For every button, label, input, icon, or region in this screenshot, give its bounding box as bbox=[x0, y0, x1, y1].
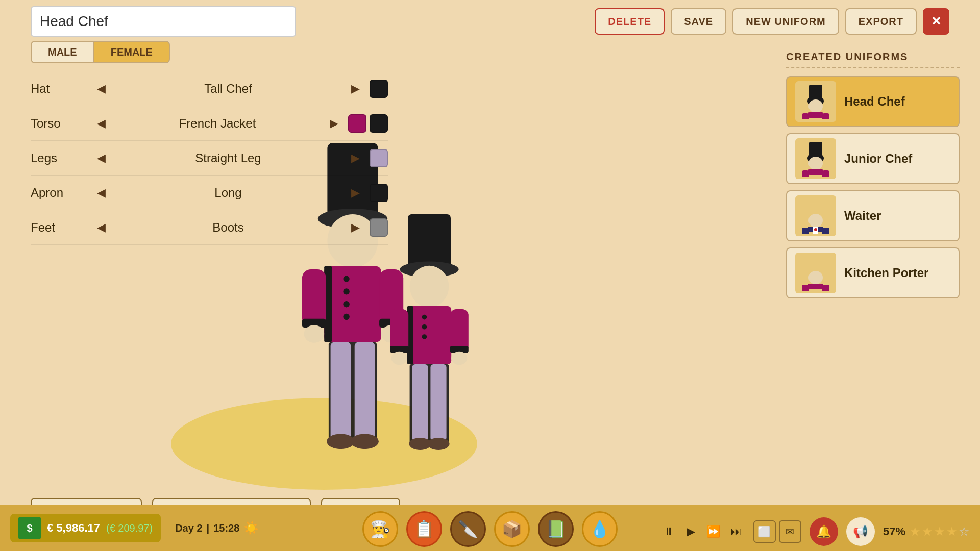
feet-color-1[interactable] bbox=[370, 218, 388, 237]
torso-next-arrow[interactable]: ▶ bbox=[325, 114, 343, 133]
svg-point-22 bbox=[409, 266, 449, 308]
svg-point-33 bbox=[451, 352, 467, 365]
feet-next-arrow[interactable]: ▶ bbox=[346, 218, 364, 237]
svg-point-41 bbox=[808, 99, 823, 113]
delete-button[interactable]: DELETE bbox=[595, 8, 665, 35]
save-button[interactable]: SAVE bbox=[671, 8, 726, 35]
uniform-thumb-head-chef bbox=[795, 81, 836, 122]
svg-point-56 bbox=[814, 228, 817, 231]
uniform-item-head-chef[interactable]: Head Chef bbox=[786, 76, 960, 127]
nav-knife-button[interactable]: 🔪 bbox=[450, 511, 486, 547]
uniform-item-waiter[interactable]: Waiter bbox=[786, 190, 960, 241]
uniform-thumb-kitchen-porter bbox=[795, 253, 836, 293]
close-button[interactable]: ✕ bbox=[923, 8, 949, 35]
torso-color-2[interactable] bbox=[370, 114, 388, 133]
svg-rect-23 bbox=[407, 306, 451, 364]
secondary-character bbox=[378, 214, 480, 459]
apron-color-swatches bbox=[370, 184, 388, 202]
female-button[interactable]: FEMALE bbox=[94, 41, 170, 63]
clothing-row-apron: Apron ◀ Long ▶ bbox=[31, 176, 388, 210]
3d-view-button[interactable]: ⬜ bbox=[753, 520, 776, 543]
sun-icon: ☀️ bbox=[243, 521, 259, 535]
day-time-display: Day 2 | 15:28 ☀️ bbox=[175, 521, 259, 535]
torso-color-1[interactable] bbox=[348, 114, 366, 133]
clothing-row-hat: Hat ◀ Tall Chef ▶ bbox=[31, 71, 388, 106]
star-2: ★ bbox=[922, 524, 933, 539]
nav-crate-button[interactable]: 📦 bbox=[494, 511, 530, 547]
uniform-item-kitchen-porter[interactable]: Kitchen Porter bbox=[786, 247, 960, 298]
day-label: Day 2 bbox=[175, 522, 202, 534]
nav-chef-button[interactable]: 👨‍🍳 bbox=[362, 511, 398, 547]
nav-icons: 👨‍🍳 📋 🔪 📦 📗 💧 bbox=[362, 511, 618, 547]
notification-button[interactable]: 🔔 bbox=[810, 517, 838, 546]
money-amount: € 5,986.17 bbox=[47, 521, 100, 535]
torso-style-name: French Jacket bbox=[110, 116, 325, 131]
gender-selector: MALE FEMALE bbox=[31, 41, 170, 63]
feet-style-name: Boots bbox=[110, 220, 346, 235]
legs-style-name: Straight Leg bbox=[110, 151, 346, 165]
uniform-item-junior-chef[interactable]: Junior Chef bbox=[786, 133, 960, 184]
fast-forward-button[interactable]: ⏩ bbox=[704, 522, 723, 541]
hat-prev-arrow[interactable]: ◀ bbox=[92, 80, 110, 98]
view-buttons: ⬜ ✉ bbox=[753, 520, 801, 543]
svg-point-5 bbox=[343, 288, 349, 294]
time-value: 15:28 bbox=[213, 522, 239, 534]
feet-prev-arrow[interactable]: ◀ bbox=[92, 218, 110, 237]
legs-color-1[interactable] bbox=[370, 149, 388, 167]
uniform-thumb-waiter bbox=[795, 195, 836, 236]
nav-spray-button[interactable]: 💧 bbox=[582, 511, 618, 547]
legs-next-arrow[interactable]: ▶ bbox=[346, 149, 364, 167]
map-view-button[interactable]: ✉ bbox=[779, 520, 801, 543]
apron-next-arrow[interactable]: ▶ bbox=[346, 184, 364, 202]
apron-color-1[interactable] bbox=[370, 184, 388, 202]
clothing-row-feet: Feet ◀ Boots ▶ bbox=[31, 210, 388, 245]
svg-rect-20 bbox=[408, 214, 451, 269]
svg-rect-49 bbox=[802, 170, 809, 177]
hat-color-1[interactable] bbox=[370, 80, 388, 98]
svg-point-4 bbox=[343, 276, 349, 282]
svg-rect-54 bbox=[822, 228, 829, 234]
svg-rect-36 bbox=[430, 364, 446, 441]
apron-style-name: Long bbox=[110, 186, 346, 200]
svg-point-6 bbox=[343, 301, 349, 307]
uniform-head-chef-label: Head Chef bbox=[844, 94, 905, 109]
playback-controls: ⏸ ▶ ⏩ ⏭ bbox=[659, 522, 745, 541]
svg-point-47 bbox=[808, 157, 823, 170]
svg-rect-60 bbox=[822, 285, 829, 291]
torso-prev-arrow[interactable]: ◀ bbox=[92, 114, 110, 133]
play-button[interactable]: ▶ bbox=[682, 522, 700, 541]
time-label: | bbox=[207, 522, 210, 534]
money-display: $ € 5,986.17 (€ 209.97) bbox=[10, 514, 161, 542]
megaphone-button[interactable]: 📢 bbox=[846, 517, 875, 546]
nav-menu-button[interactable]: 📋 bbox=[406, 511, 442, 547]
export-button[interactable]: EXPORT bbox=[845, 8, 917, 35]
hat-label: Hat bbox=[31, 82, 92, 96]
top-buttons: DELETE SAVE NEW UNIFORM EXPORT ✕ bbox=[595, 8, 949, 35]
svg-point-13 bbox=[304, 325, 325, 343]
svg-rect-53 bbox=[802, 228, 809, 234]
svg-rect-16 bbox=[331, 342, 351, 440]
bottom-bar: $ € 5,986.17 (€ 209.97) Day 2 | 15:28 ☀️… bbox=[0, 505, 980, 551]
uniforms-panel-title: CREATED UNIFORMS bbox=[786, 51, 960, 68]
star-1: ★ bbox=[910, 524, 921, 539]
star-5: ☆ bbox=[959, 524, 970, 539]
uniform-junior-chef-label: Junior Chef bbox=[844, 152, 912, 166]
new-uniform-button[interactable]: NEW UNIFORM bbox=[732, 8, 839, 35]
star-4: ★ bbox=[946, 524, 958, 539]
right-bottom-controls: ⏸ ▶ ⏩ ⏭ ⬜ ✉ 🔔 📢 57% ★ ★ ★ ★ ☆ bbox=[659, 517, 970, 546]
apron-prev-arrow[interactable]: ◀ bbox=[92, 184, 110, 202]
pause-button[interactable]: ⏸ bbox=[659, 522, 678, 541]
svg-point-51 bbox=[808, 214, 823, 227]
nav-book-button[interactable]: 📗 bbox=[538, 511, 574, 547]
skip-button[interactable]: ⏭ bbox=[727, 522, 745, 541]
legs-prev-arrow[interactable]: ◀ bbox=[92, 149, 110, 167]
male-button[interactable]: MALE bbox=[31, 41, 94, 63]
svg-point-32 bbox=[391, 352, 407, 365]
feet-label: Feet bbox=[31, 220, 92, 235]
svg-rect-42 bbox=[808, 112, 823, 118]
legs-color-swatches bbox=[370, 149, 388, 167]
hat-next-arrow[interactable]: ▶ bbox=[346, 80, 364, 98]
clothing-options: Hat ◀ Tall Chef ▶ Torso ◀ French Jacket … bbox=[31, 71, 388, 245]
uniform-waiter-label: Waiter bbox=[844, 209, 881, 223]
legs-label: Legs bbox=[31, 151, 92, 165]
